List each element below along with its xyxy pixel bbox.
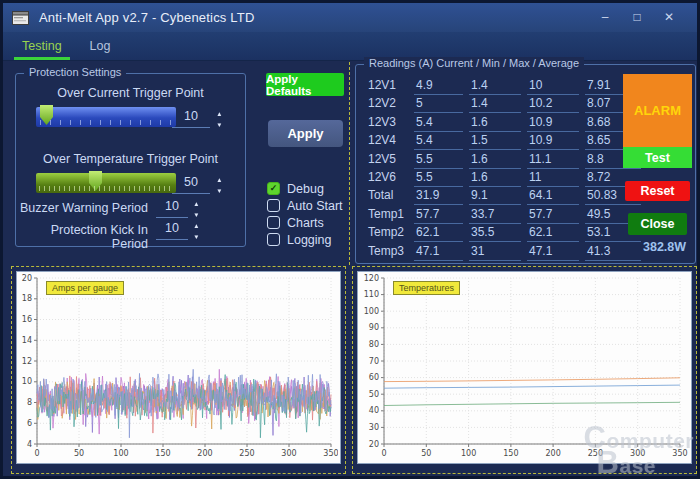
app-window: Anti-Melt App v2.7 - Cybenetics LTD – □ … [0, 0, 700, 479]
window-title: Anti-Melt App v2.7 - Cybenetics LTD [39, 10, 255, 25]
checkbox-logging[interactable]: Logging [267, 233, 343, 246]
svg-text:18: 18 [22, 294, 32, 303]
reading-label: 12V5 [368, 152, 408, 170]
reading-label: Temp3 [368, 244, 408, 262]
svg-text:200: 200 [197, 449, 212, 458]
svg-text:250: 250 [239, 449, 254, 458]
protection-settings-group: Protection Settings Over Current Trigger… [15, 73, 246, 247]
tab-log[interactable]: Log [79, 32, 122, 60]
table-row: Temp157.733.757.749.5 [368, 207, 641, 225]
reading-value: 57.7 [527, 207, 579, 224]
temps-chart-area: 2030405060708090100110120050100150200250… [357, 271, 692, 464]
reading-value: 5.5 [414, 170, 463, 187]
checkbox-debug[interactable]: ✓Debug [267, 182, 343, 195]
over-current-slider[interactable] [36, 107, 176, 127]
svg-text:20: 20 [22, 274, 32, 283]
reading-value: 10.9 [527, 115, 579, 132]
checkbox-auto-start[interactable]: Auto Start [267, 199, 343, 212]
reading-value: 11 [527, 170, 579, 187]
svg-text:60: 60 [369, 373, 379, 382]
svg-text:350: 350 [672, 449, 687, 458]
kick-in-period-spinner: ▲ ▼ [193, 222, 200, 240]
spin-up-icon[interactable]: ▲ [216, 176, 222, 182]
temps-chart-svg: 2030405060708090100110120050100150200250… [358, 272, 689, 461]
reading-label: 12V1 [368, 78, 408, 96]
spin-up-icon[interactable]: ▲ [193, 200, 199, 206]
close-button[interactable]: Close [628, 213, 687, 235]
kick-in-period-value[interactable]: 10 [156, 221, 188, 240]
table-row: 12V65.51.6118.72 [368, 170, 641, 188]
reading-value: 41.3 [585, 244, 641, 261]
spin-down-icon[interactable]: ▼ [193, 233, 199, 239]
reading-value: 4.9 [414, 78, 463, 95]
reading-value: 35.5 [469, 225, 521, 242]
reading-value: 31.9 [414, 188, 463, 205]
buzzer-period-spinner: ▲ ▼ [193, 200, 200, 218]
checkbox-unchecked[interactable] [267, 233, 280, 246]
svg-text:40: 40 [369, 406, 379, 415]
reading-label: 12V4 [368, 133, 408, 151]
over-current-slider-handle[interactable] [40, 105, 53, 125]
svg-text:100: 100 [461, 449, 476, 458]
svg-text:50: 50 [369, 390, 379, 399]
checkbox-label: Debug [287, 182, 324, 196]
over-temp-slider[interactable] [36, 173, 176, 193]
svg-text:16: 16 [22, 315, 32, 324]
table-row: Total31.99.164.150.83 [368, 188, 641, 206]
reading-value: 1.6 [469, 115, 521, 132]
main-content: Protection Settings Over Current Trigger… [3, 60, 697, 476]
reading-value: 1.6 [469, 170, 521, 187]
spin-up-icon[interactable]: ▲ [216, 110, 222, 116]
tab-bar: Testing Log [3, 32, 697, 61]
temps-chart-title: Temperatures [393, 281, 460, 295]
spin-down-icon[interactable]: ▼ [216, 121, 222, 127]
table-row: 12V251.410.28.07 [368, 96, 641, 114]
reading-value: 1.4 [469, 96, 521, 113]
reading-label: 12V3 [368, 115, 408, 133]
minimize-icon[interactable]: – [592, 3, 618, 32]
over-current-value[interactable]: 10 [172, 109, 210, 128]
tab-testing[interactable]: Testing [11, 32, 73, 60]
svg-text:80: 80 [369, 340, 379, 349]
tab-testing-label: Testing [22, 39, 62, 53]
close-window-icon[interactable]: ✕ [656, 3, 682, 32]
test-button[interactable]: Test [623, 147, 692, 168]
checkbox-charts[interactable]: Charts [267, 216, 343, 229]
check-icon: ✓ [270, 184, 278, 193]
alarm-indicator: ALARM [623, 74, 692, 147]
table-row: 12V14.91.4107.91 [368, 78, 641, 96]
apply-defaults-button[interactable]: Apply Defaults [266, 73, 344, 96]
over-temp-slider-handle[interactable] [89, 171, 102, 191]
reading-value: 62.1 [414, 225, 463, 242]
svg-text:8: 8 [27, 398, 32, 407]
checkbox-unchecked[interactable] [267, 216, 280, 229]
reading-value: 33.7 [469, 207, 521, 224]
svg-text:150: 150 [155, 449, 170, 458]
reading-value: 5.4 [414, 115, 463, 132]
reading-value: 11.1 [527, 152, 579, 169]
spin-up-icon[interactable]: ▲ [193, 222, 199, 228]
reading-value: 47.1 [527, 244, 579, 261]
checkbox-checked[interactable]: ✓ [267, 182, 280, 195]
kick-in-period-label: Protection Kick In Period [16, 223, 148, 251]
spin-down-icon[interactable]: ▼ [216, 187, 222, 193]
buzzer-period-value[interactable]: 10 [156, 199, 188, 218]
over-temp-value[interactable]: 50 [172, 175, 210, 194]
reading-label: Temp1 [368, 207, 408, 225]
svg-text:12: 12 [22, 357, 32, 366]
reading-value: 62.1 [527, 225, 579, 242]
reset-button[interactable]: Reset [625, 181, 690, 201]
reading-label: 12V6 [368, 170, 408, 188]
maximize-icon[interactable]: □ [624, 3, 650, 32]
checkbox-unchecked[interactable] [267, 199, 280, 212]
reading-value: 47.1 [414, 244, 463, 261]
svg-text:100: 100 [364, 307, 379, 316]
spin-down-icon[interactable]: ▼ [193, 211, 199, 217]
apply-button[interactable]: Apply [268, 120, 343, 147]
readings-table: 12V14.91.4107.9112V251.410.28.0712V35.41… [368, 78, 641, 262]
reading-label: Total [368, 188, 408, 206]
reading-value: 10.2 [527, 96, 579, 113]
amps-chart-title: Amps per gauge [46, 281, 124, 295]
svg-text:120: 120 [364, 274, 379, 283]
reading-label: 12V2 [368, 96, 408, 114]
